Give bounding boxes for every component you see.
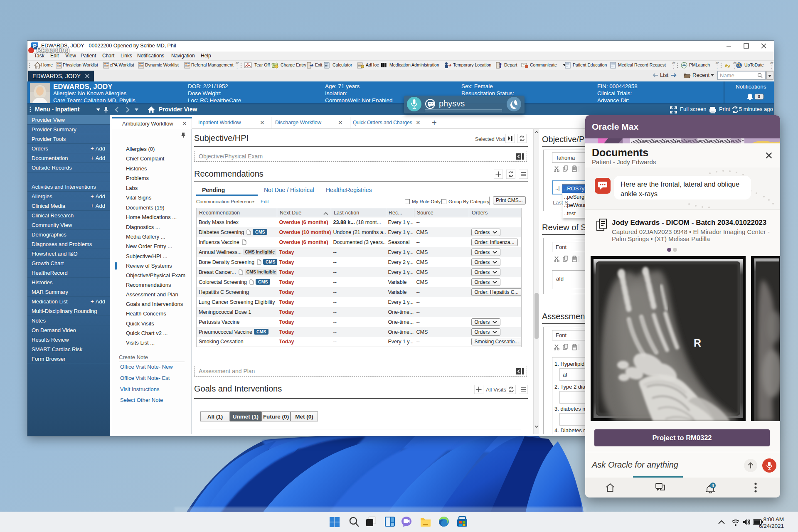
svg-text:8:00 AM: 8:00 AM [763, 516, 784, 522]
svg-text:R: R [694, 337, 701, 349]
svg-text:0: 0 [758, 94, 760, 99]
svg-text:6/24/2021: 6/24/2021 [759, 523, 784, 529]
svg-text:4: 4 [712, 483, 714, 488]
